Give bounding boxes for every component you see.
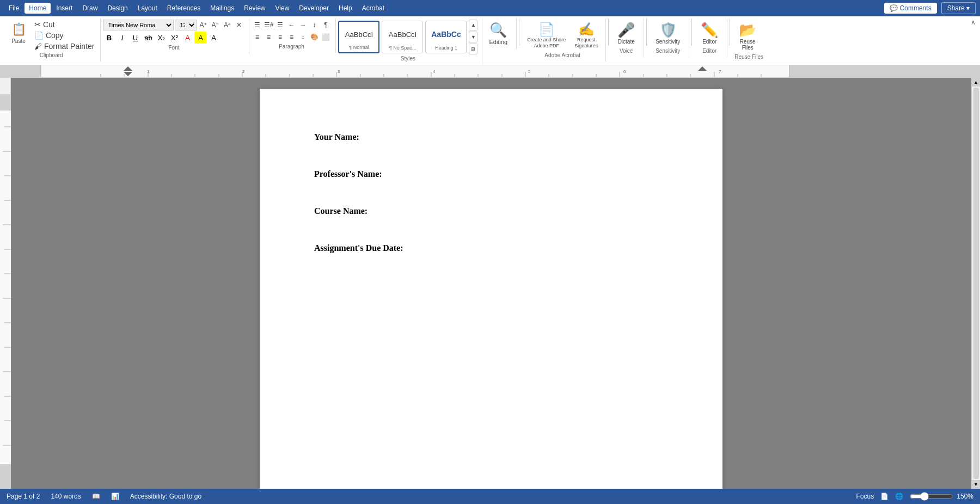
borders-button[interactable]: ⬜: [320, 32, 331, 42]
increase-indent-button[interactable]: →: [297, 20, 308, 30]
menu-file[interactable]: File: [4, 3, 23, 14]
vertical-ruler: [0, 94, 11, 489]
request-signatures-button[interactable]: ✍️ RequestSignatures: [571, 20, 601, 51]
svg-text:2: 2: [242, 69, 245, 74]
justify-button[interactable]: ≡: [286, 32, 297, 42]
italic-button[interactable]: I: [116, 32, 128, 44]
menu-insert[interactable]: Insert: [52, 3, 77, 14]
shading-button[interactable]: 🎨: [309, 32, 320, 42]
scroll-thumb[interactable]: [973, 88, 979, 479]
align-right-button[interactable]: ≡: [274, 32, 285, 42]
dictate-label: Dictate: [618, 39, 635, 45]
decrease-font-button[interactable]: A⁻: [210, 20, 220, 30]
focus-button[interactable]: Focus: [856, 493, 874, 500]
style-no-spacing-label: ¶ No Spac...: [389, 45, 416, 51]
sensitivity-group: 🛡️ Sensitivity Sensitivity: [649, 19, 689, 57]
share-button[interactable]: Share ▾: [941, 2, 976, 14]
doc-line-3: Course Name:: [314, 206, 668, 216]
increase-font-button[interactable]: A⁺: [198, 20, 209, 30]
collapse-ribbon-button[interactable]: ∧: [971, 19, 976, 26]
svg-text:7: 7: [719, 69, 721, 74]
highlight-button[interactable]: A: [194, 32, 206, 44]
align-left-button[interactable]: ≡: [252, 32, 262, 42]
multilevel-button[interactable]: ☰: [274, 20, 285, 30]
paragraph-label: Paragraph: [252, 44, 331, 51]
line-spacing-button[interactable]: ↕: [297, 32, 308, 42]
style-heading1[interactable]: AaBbCc Heading 1: [425, 21, 467, 53]
styles-scroll-down[interactable]: ▼: [469, 32, 477, 42]
status-bar-right: Focus 📄 🌐 150%: [856, 492, 973, 501]
superscript-button[interactable]: X²: [168, 32, 180, 44]
format-painter-button[interactable]: 🖌 Format Painter: [33, 41, 96, 51]
svg-rect-45: [0, 110, 11, 464]
menu-help[interactable]: Help: [334, 3, 357, 14]
menu-mailings[interactable]: Mailings: [206, 3, 238, 14]
bold-button[interactable]: B: [103, 32, 115, 44]
styles-label: Styles: [338, 56, 477, 63]
style-heading1-preview: AaBbCc: [431, 23, 461, 45]
styles-group: AaBbCcI ¶ Normal AaBbCcI ¶ No Spac... Aa…: [336, 19, 482, 65]
doc-area[interactable]: Your Name: Professor's Name: Course Name…: [11, 78, 971, 489]
menu-home[interactable]: Home: [24, 3, 51, 14]
underline-button[interactable]: U: [129, 32, 141, 44]
font-color-button[interactable]: A: [181, 32, 193, 44]
menu-draw[interactable]: Draw: [78, 3, 102, 14]
accessibility-info: Accessibility: Good to go: [130, 493, 201, 500]
sensitivity-label: Sensitivity: [656, 39, 680, 45]
show-marks-button[interactable]: ¶: [320, 20, 331, 30]
layout-button[interactable]: 📄: [880, 493, 889, 500]
ribbon-divider1: [519, 19, 519, 46]
status-bar: Page 1 of 2 140 words 📖 📊 Accessibility:…: [0, 489, 980, 504]
svg-text:6: 6: [623, 69, 626, 74]
decrease-indent-button[interactable]: ←: [286, 20, 297, 30]
strikethrough-button[interactable]: ab: [142, 32, 154, 44]
style-no-spacing[interactable]: AaBbCcI ¶ No Spac...: [382, 21, 423, 53]
align-center-button[interactable]: ≡: [263, 32, 274, 42]
menu-view[interactable]: View: [271, 3, 294, 14]
style-normal[interactable]: AaBbCcI ¶ Normal: [338, 21, 379, 53]
editor-button[interactable]: ✏️ Editor: [696, 20, 722, 47]
menu-acrobat[interactable]: Acrobat: [358, 3, 389, 14]
adobe-label: Adobe Acrobat: [524, 52, 601, 59]
clipboard-small-buttons: ✂ Cut 📄 Copy 🖌 Format Painter: [32, 20, 96, 51]
scroll-up-button[interactable]: ▲: [972, 78, 981, 87]
menu-layout[interactable]: Layout: [133, 3, 162, 14]
font-row2: B I U ab X₂ X² A A A: [103, 32, 244, 44]
dictate-button[interactable]: 🎤 Dictate: [613, 20, 639, 47]
copy-button[interactable]: 📄 Copy: [33, 30, 96, 40]
sensitivity-button[interactable]: 🛡️ Sensitivity: [651, 20, 684, 47]
reuse-files-button[interactable]: 📂 ReuseFiles: [734, 20, 761, 53]
create-pdf-button[interactable]: 📄 Create and ShareAdobe PDF: [524, 20, 569, 51]
subscript-button[interactable]: X₂: [155, 32, 167, 44]
svg-text:4: 4: [433, 69, 436, 74]
right-scrollbar[interactable]: ▲ ▼: [971, 78, 980, 489]
bullets-button[interactable]: ☰: [252, 20, 262, 30]
web-layout-button[interactable]: 🌐: [895, 493, 903, 500]
menu-developer[interactable]: Developer: [295, 3, 333, 14]
reuse-files-label2: Reuse Files: [734, 54, 763, 61]
sort-button[interactable]: ↕: [309, 20, 320, 30]
menu-bar-right: 💬 Comments Share ▾: [884, 2, 976, 14]
text-effects-button[interactable]: A: [207, 32, 219, 44]
font-size-select[interactable]: 12: [175, 20, 197, 30]
menu-design[interactable]: Design: [103, 3, 132, 14]
font-family-select[interactable]: Times New Roma: [103, 20, 174, 30]
change-case-button[interactable]: Aᵃ: [222, 20, 232, 30]
comments-button[interactable]: 💬 Comments: [884, 3, 936, 14]
voice-group: 🎤 Dictate Voice: [611, 19, 644, 57]
paragraph-group: ☰ ☰# ☰ ← → ↕ ¶ ≡ ≡ ≡ ≡ ↕ 🎨: [249, 19, 336, 53]
paste-button[interactable]: 📋 Paste: [7, 20, 30, 45]
menu-references[interactable]: References: [163, 3, 205, 14]
editing-button[interactable]: 🔍 Editing: [485, 20, 512, 47]
zoom-slider[interactable]: [910, 492, 953, 501]
document-page[interactable]: Your Name: Professor's Name: Course Name…: [260, 89, 722, 489]
scroll-down-button[interactable]: ▼: [972, 480, 981, 489]
numbering-button[interactable]: ☰#: [263, 20, 274, 30]
styles-scroll-up[interactable]: ▲: [469, 20, 477, 30]
cut-button[interactable]: ✂ Cut: [33, 20, 96, 29]
clipboard-label: Clipboard: [7, 52, 96, 59]
adobe-group: 📄 Create and ShareAdobe PDF ✍️ RequestSi…: [522, 19, 606, 62]
styles-expand[interactable]: ⊞: [469, 44, 477, 54]
menu-review[interactable]: Review: [240, 3, 270, 14]
clear-format-button[interactable]: ✕: [234, 20, 244, 30]
